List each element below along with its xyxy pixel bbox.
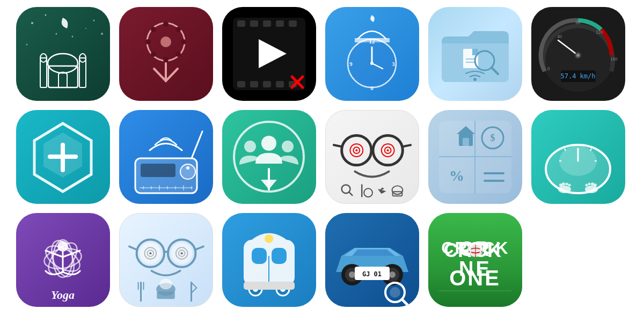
svg-point-18 — [145, 39, 151, 45]
svg-point-22 — [151, 52, 156, 57]
svg-rect-177 — [244, 282, 295, 290]
svg-line-74 — [192, 131, 202, 158]
app-grid: 12 3 6 9 — [5, 0, 639, 316]
svg-line-155 — [195, 246, 203, 249]
svg-text:12: 12 — [369, 38, 376, 45]
svg-line-97 — [402, 145, 411, 146]
app-file-browser[interactable] — [428, 7, 522, 101]
svg-text:GJ 01: GJ 01 — [362, 270, 382, 278]
svg-point-161 — [181, 252, 183, 254]
svg-point-20 — [151, 27, 156, 32]
svg-point-136 — [591, 182, 594, 186]
svg-point-2 — [45, 14, 47, 16]
svg-rect-171 — [272, 248, 287, 264]
svg-point-7 — [48, 54, 78, 73]
svg-rect-6 — [48, 66, 78, 87]
svg-line-105 — [349, 192, 352, 195]
app-speedometer[interactable]: 0 40 80 120 160 57.4 km/h — [531, 7, 625, 101]
svg-point-134 — [585, 186, 598, 193]
svg-text:40: 40 — [557, 34, 562, 39]
svg-rect-75 — [141, 164, 175, 177]
svg-point-131 — [562, 182, 565, 186]
svg-rect-170 — [252, 248, 267, 264]
svg-text:80: 80 — [576, 20, 581, 25]
app-crickone[interactable]: CR CR CK ONE CR CK NE — [428, 213, 522, 307]
svg-text:0: 0 — [547, 66, 550, 71]
app-yoga[interactable]: Yoga — [16, 213, 110, 307]
svg-point-181 — [349, 271, 355, 278]
svg-rect-32 — [250, 81, 258, 87]
app-car-plate-scanner[interactable]: GJ 01 — [325, 213, 419, 307]
svg-rect-115 — [463, 138, 469, 146]
svg-point-133 — [568, 183, 571, 186]
svg-point-77 — [186, 166, 189, 170]
app-findout[interactable] — [325, 110, 419, 204]
app-video-compressor[interactable] — [119, 7, 213, 101]
svg-text:$: $ — [491, 133, 495, 143]
svg-rect-28 — [263, 20, 271, 27]
svg-point-167 — [159, 278, 172, 289]
crick-text-cr: CR — [441, 239, 468, 258]
svg-point-21 — [175, 27, 181, 32]
svg-rect-34 — [276, 81, 284, 87]
svg-point-16 — [163, 21, 169, 27]
app-silent-video[interactable] — [222, 7, 316, 101]
app-weight-tracker[interactable] — [531, 110, 625, 204]
svg-line-188 — [402, 299, 410, 307]
svg-point-100 — [355, 149, 357, 151]
svg-rect-33 — [263, 81, 271, 87]
svg-point-12 — [56, 33, 57, 34]
svg-point-88 — [244, 141, 256, 152]
svg-point-137 — [588, 182, 591, 185]
svg-point-4 — [26, 43, 28, 45]
svg-point-132 — [566, 182, 568, 185]
svg-text:9: 9 — [349, 61, 353, 67]
svg-point-189 — [390, 287, 400, 298]
svg-text:6: 6 — [370, 85, 374, 91]
svg-point-172 — [265, 234, 273, 243]
svg-rect-27 — [250, 20, 258, 27]
app-group-contacts[interactable] — [222, 110, 316, 204]
svg-point-129 — [558, 186, 571, 193]
svg-rect-31 — [237, 81, 245, 87]
svg-point-15 — [160, 36, 171, 47]
svg-text:120: 120 — [596, 30, 603, 35]
svg-point-158 — [149, 252, 151, 254]
app-food-finder[interactable] — [119, 213, 213, 307]
svg-text:3: 3 — [392, 61, 395, 67]
crick-text-ck: CK — [482, 239, 509, 258]
svg-point-1 — [93, 19, 95, 21]
svg-rect-29 — [276, 20, 284, 27]
svg-point-144 — [57, 241, 68, 252]
svg-point-107 — [364, 188, 372, 197]
svg-point-138 — [586, 183, 588, 186]
svg-point-184 — [389, 271, 396, 278]
svg-line-96 — [334, 145, 342, 146]
svg-point-5 — [85, 28, 86, 29]
svg-point-23 — [175, 52, 181, 57]
svg-line-154 — [129, 246, 137, 249]
svg-rect-26 — [237, 20, 245, 27]
svg-point-13 — [72, 35, 74, 37]
svg-point-3 — [101, 33, 103, 35]
svg-point-108 — [392, 186, 403, 194]
svg-text:%: % — [449, 167, 464, 184]
svg-point-103 — [387, 149, 389, 151]
svg-point-55 — [473, 78, 477, 81]
app-prayer-times[interactable] — [16, 7, 110, 101]
crickone-ne-text: NE — [459, 258, 492, 281]
app-muslim-prayer-clock[interactable]: 12 3 6 9 — [325, 7, 419, 101]
svg-point-19 — [181, 39, 186, 45]
svg-point-65 — [576, 54, 580, 57]
svg-text:160: 160 — [610, 56, 618, 62]
svg-rect-30 — [289, 20, 297, 27]
svg-point-89 — [282, 141, 294, 152]
app-train-times[interactable] — [222, 213, 316, 307]
app-mortgage-calc[interactable]: $ % — [428, 110, 522, 204]
app-internet-radio[interactable] — [119, 110, 213, 204]
app-ar-plus[interactable] — [16, 110, 110, 204]
cricket-ball — [469, 242, 482, 255]
svg-rect-166 — [157, 291, 175, 299]
svg-text:57.4 km/h: 57.4 km/h — [560, 72, 595, 80]
svg-point-17 — [163, 57, 169, 62]
